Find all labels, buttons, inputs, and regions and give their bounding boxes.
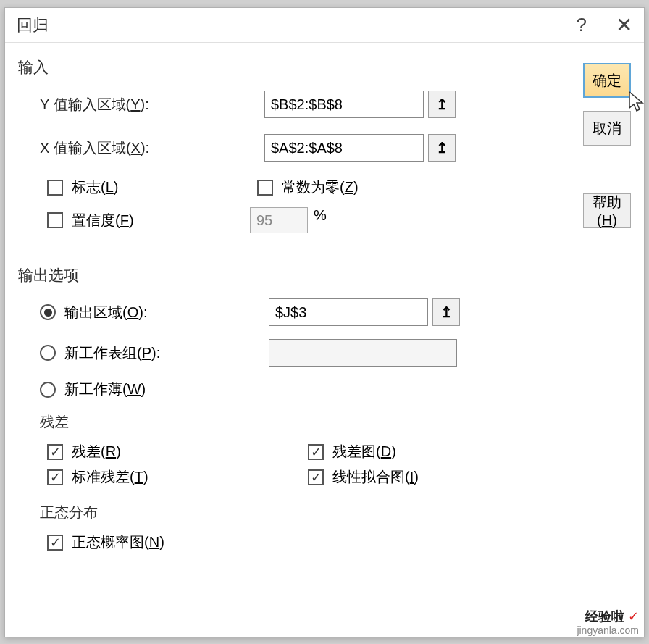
x-range-input[interactable] xyxy=(264,134,424,162)
confidence-row: 置信度(F) % xyxy=(18,207,569,233)
output-range-group: ↥ xyxy=(269,298,460,326)
normal-row: 正态概率图(N) xyxy=(18,532,569,552)
line-fit-checkbox[interactable] xyxy=(308,469,324,485)
new-sheet-input xyxy=(269,339,457,367)
y-input-label: Y 值输入区域(Y): xyxy=(40,95,264,114)
y-range-picker-button[interactable]: ↥ xyxy=(428,91,456,118)
watermark-check-icon: ✓ xyxy=(628,609,639,624)
left-panel: 输入 Y 值输入区域(Y): ↥ X 值输入区域(X): ↥ 标志(L) xyxy=(18,57,569,558)
labels-checkbox-label: 标志(L) xyxy=(72,177,118,197)
const-zero-checkbox[interactable] xyxy=(257,180,273,196)
labels-checkbox[interactable] xyxy=(47,180,63,196)
new-sheet-radio[interactable] xyxy=(40,345,56,361)
output-range-row: 输出区域(O): ↥ xyxy=(18,298,569,326)
residual-plot-checkbox[interactable] xyxy=(308,444,324,460)
watermark-url: jingyanla.com xyxy=(577,624,639,637)
x-range-picker-button[interactable]: ↥ xyxy=(428,134,456,162)
residual-section-label: 残差 xyxy=(18,412,569,432)
watermark-text: 经验啦 xyxy=(585,609,624,624)
collapse-icon: ↥ xyxy=(440,304,453,321)
percent-label: % xyxy=(314,207,327,233)
ok-button-label: 确定 xyxy=(593,71,621,91)
new-sheet-label: 新工作表组(P): xyxy=(64,343,269,363)
collapse-icon: ↥ xyxy=(436,96,448,113)
line-fit-checkbox-group[interactable]: 线性拟合图(I) xyxy=(308,467,569,487)
help-icon[interactable]: ? xyxy=(577,14,587,36)
residual-row-2: 标准残差(T) 线性拟合图(I) xyxy=(18,467,569,487)
new-sheet-row: 新工作表组(P): xyxy=(18,339,569,367)
help-button[interactable]: 帮助(H) xyxy=(583,193,631,228)
y-input-group: ↥ xyxy=(264,91,456,118)
x-input-label: X 值输入区域(X): xyxy=(40,138,264,158)
confidence-checkbox-group[interactable]: 置信度(F) xyxy=(47,207,257,233)
x-input-group: ↥ xyxy=(264,134,456,162)
normal-prob-checkbox-group[interactable]: 正态概率图(N) xyxy=(47,532,308,552)
residual-checkbox-group[interactable]: 残差(R) xyxy=(47,442,308,461)
labels-checkbox-group[interactable]: 标志(L) xyxy=(47,177,257,197)
normal-section-label: 正态分布 xyxy=(18,503,569,522)
cursor-icon xyxy=(628,91,647,112)
new-book-radio[interactable] xyxy=(40,382,56,398)
normal-prob-checkbox-label: 正态概率图(N) xyxy=(72,532,164,552)
output-range-input[interactable] xyxy=(269,298,428,326)
confidence-input xyxy=(250,207,308,233)
new-sheet-group xyxy=(269,339,457,367)
residual-checkbox-label: 残差(R) xyxy=(72,442,121,461)
dialog-title: 回归 xyxy=(17,14,577,36)
normal-prob-checkbox[interactable] xyxy=(47,535,63,551)
right-panel: 确定 取消 帮助(H) xyxy=(583,57,631,558)
x-input-row: X 值输入区域(X): ↥ xyxy=(18,134,569,162)
watermark: 经验啦 ✓ jingyanla.com xyxy=(577,609,639,637)
output-section-label: 输出选项 xyxy=(18,265,569,285)
residual-plot-checkbox-group[interactable]: 残差图(D) xyxy=(308,442,569,461)
output-range-label: 输出区域(O): xyxy=(64,303,269,322)
line-fit-checkbox-label: 线性拟合图(I) xyxy=(332,467,419,487)
residual-row-1: 残差(R) 残差图(D) xyxy=(18,442,569,461)
collapse-icon: ↥ xyxy=(436,139,448,156)
new-book-row: 新工作薄(W) xyxy=(18,380,569,399)
flags-row: 标志(L) 常数为零(Z) xyxy=(18,177,569,197)
std-residual-checkbox[interactable] xyxy=(47,469,63,485)
confidence-checkbox[interactable] xyxy=(47,212,63,228)
content: 输入 Y 值输入区域(Y): ↥ X 值输入区域(X): ↥ 标志(L) xyxy=(5,43,644,572)
regression-dialog: 回归 ? ✕ 输入 Y 值输入区域(Y): ↥ X 值输入区域(X): ↥ xyxy=(4,7,645,637)
const-zero-checkbox-label: 常数为零(Z) xyxy=(282,177,359,197)
std-residual-checkbox-label: 标准残差(T) xyxy=(72,467,148,487)
output-range-picker-button[interactable]: ↥ xyxy=(432,298,460,326)
cancel-button-label: 取消 xyxy=(593,119,621,138)
residual-plot-checkbox-label: 残差图(D) xyxy=(332,442,396,461)
std-residual-checkbox-group[interactable]: 标准残差(T) xyxy=(47,467,308,487)
y-input-row: Y 值输入区域(Y): ↥ xyxy=(18,91,569,118)
input-section-label: 输入 xyxy=(18,57,569,78)
output-range-radio[interactable] xyxy=(40,304,56,320)
titlebar: 回归 ? ✕ xyxy=(5,8,644,43)
confidence-checkbox-label: 置信度(F) xyxy=(72,211,134,230)
cancel-button[interactable]: 取消 xyxy=(583,111,631,146)
const-zero-checkbox-group[interactable]: 常数为零(Z) xyxy=(257,177,467,197)
ok-button[interactable]: 确定 xyxy=(583,63,631,98)
help-button-label: 帮助(H) xyxy=(584,193,630,229)
new-book-label: 新工作薄(W) xyxy=(64,380,289,399)
close-icon[interactable]: ✕ xyxy=(616,15,632,35)
residual-checkbox[interactable] xyxy=(47,444,63,460)
y-range-input[interactable] xyxy=(264,91,424,118)
